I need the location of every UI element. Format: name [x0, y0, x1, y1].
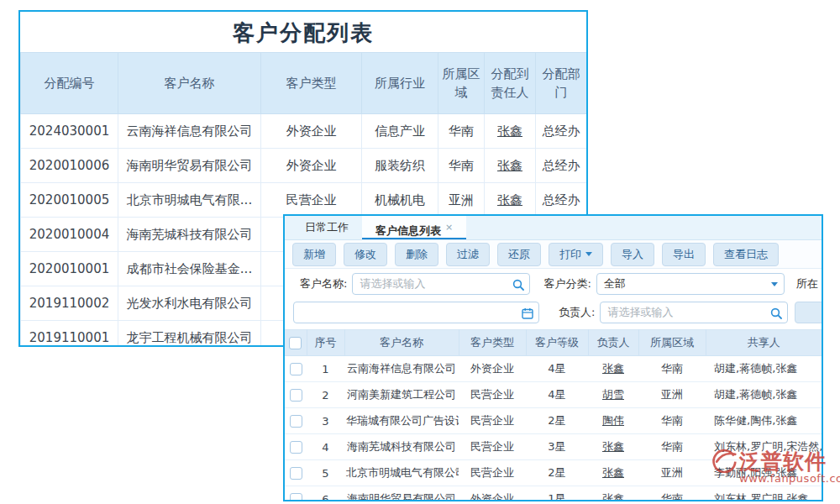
filter-row-2: 负责人: — [293, 301, 813, 323]
shared-people-cell: 陈华健,陶伟,张鑫 — [706, 408, 822, 434]
allocation-id-link[interactable]: 2024030001 — [21, 114, 118, 149]
toolbar-button[interactable]: 过滤 — [446, 243, 490, 266]
allocation-id-link[interactable]: 2019110001 — [21, 321, 118, 348]
toolbar-button[interactable]: 导出 — [662, 243, 706, 266]
allocation-table-header: 分配编号客户名称客户类型所属行业所属区域分配到责任人分配部门 — [21, 53, 587, 114]
region-cell: 华南 — [638, 356, 706, 382]
allocation-id-link[interactable]: 2020010005 — [21, 183, 118, 218]
customer-name-link[interactable]: 成都市社会保险基金... — [118, 252, 261, 286]
owner-link[interactable]: 陶伟 — [588, 408, 638, 434]
customer-grade-cell: 4星 — [526, 356, 588, 382]
allocation-list-title: 客户分配列表 — [20, 12, 586, 52]
customer-info-window: 日常工作客户信息列表× 新增修改删除过滤还原打印导入导出查看日志 客户名称: 客… — [283, 214, 823, 501]
index-cell: 4 — [307, 434, 344, 460]
assignee-link[interactable]: 张鑫 — [485, 114, 536, 149]
index-cell: 3 — [307, 408, 344, 434]
region-cell: 华南 — [638, 408, 706, 434]
allocation-id-link[interactable]: 2020010004 — [21, 218, 118, 252]
toolbar-button[interactable]: 导入 — [611, 243, 654, 266]
customer-category-select[interactable]: 全部 — [596, 273, 785, 295]
customer-type-cell: 外资企业 — [261, 114, 362, 149]
customer-name-link[interactable]: 海南芜城科技有限公司 — [118, 218, 261, 252]
filter-panel: 客户名称: 客户分类: 全部 — [285, 269, 822, 323]
customer-name-link[interactable]: 海南明华贸易有限公司 — [344, 486, 459, 502]
region-cell: 亚洲 — [638, 460, 706, 486]
calendar-icon[interactable] — [522, 307, 533, 323]
toolbar-button[interactable]: 删除 — [395, 243, 438, 266]
column-header: 所属区域 — [438, 53, 485, 114]
partial-button[interactable] — [795, 302, 823, 323]
select-all-checkbox[interactable] — [289, 337, 302, 349]
customer-name-link[interactable]: 云南海祥信息有限公司 — [344, 356, 459, 382]
toolbar-button[interactable]: 还原 — [497, 243, 541, 266]
customer-type-cell: 外资企业 — [459, 356, 526, 382]
header-row: 序号客户名称客户类型客户等级负责人所属区域共享人 — [285, 330, 822, 356]
customer-name-link[interactable]: 龙宇工程机械有限公司 — [118, 321, 261, 348]
owner-link[interactable]: 张鑫 — [588, 356, 638, 382]
tab-bar: 日常工作客户信息列表× — [285, 216, 822, 240]
close-icon[interactable]: × — [445, 222, 453, 233]
owner-link[interactable]: 胡雪 — [588, 382, 638, 408]
toolbar-button[interactable]: 打印 — [549, 243, 603, 266]
allocation-id-link[interactable]: 2019110002 — [21, 286, 118, 321]
index-cell: 1 — [307, 356, 344, 382]
customer-name-filter-input[interactable] — [352, 273, 530, 295]
toolbar-button[interactable]: 新增 — [292, 243, 336, 266]
column-header: 客户名称 — [118, 53, 261, 114]
column-header: 所属行业 — [362, 53, 438, 114]
region-cell: 亚洲 — [638, 382, 706, 408]
owner-link[interactable]: 张鑫 — [588, 486, 638, 502]
department-cell: 总经办 — [536, 114, 587, 149]
checkbox-cell — [285, 382, 307, 408]
select-all-header — [285, 330, 307, 356]
toolbar-button[interactable]: 查看日志 — [713, 243, 779, 266]
row-checkbox[interactable] — [290, 389, 302, 402]
customer-name-link[interactable]: 北京市明城电气有限... — [118, 183, 261, 218]
column-header: 客户名称 — [344, 330, 459, 356]
table-row: 1云南海祥信息有限公司外资企业4星张鑫华南胡建,蒋德帧,张鑫 — [285, 356, 822, 382]
owner-filter-label: 负责人: — [559, 305, 595, 320]
allocation-id-link[interactable]: 2020010001 — [21, 252, 118, 286]
customer-type-cell: 民营企业 — [459, 434, 526, 460]
column-header: 客户等级 — [526, 330, 588, 356]
toolbar-button[interactable]: 修改 — [344, 243, 387, 266]
owner-link[interactable]: 张鑫 — [588, 460, 638, 486]
customer-type-cell: 外资企业 — [459, 486, 526, 502]
region-filter-label-partial: 所在 — [796, 276, 818, 291]
tab-customer-info-list[interactable]: 客户信息列表× — [362, 216, 466, 239]
industry-cell: 机械机电 — [362, 183, 438, 218]
row-checkbox[interactable] — [290, 493, 302, 501]
date-filter-input[interactable] — [293, 302, 539, 323]
search-icon[interactable] — [512, 278, 524, 294]
row-checkbox[interactable] — [290, 363, 302, 375]
checkbox-cell — [285, 356, 307, 382]
region-cell: 华南 — [638, 486, 706, 502]
customer-name-link[interactable]: 海南芜城科技有限公司 — [344, 434, 459, 460]
allocation-id-link[interactable]: 2020010006 — [21, 149, 118, 183]
row-checkbox[interactable] — [290, 441, 302, 454]
customer-grade-cell: 3星 — [526, 434, 588, 460]
column-header: 所属区域 — [638, 330, 706, 356]
region-cell: 华南 — [438, 149, 485, 183]
tab-daily-work[interactable]: 日常工作 — [291, 216, 362, 239]
owner-filter-input[interactable] — [600, 302, 788, 323]
table-row: 5北京市明城电气有限公司民营企业2星张鑫亚洲李勤丽,阳强,张鑫 — [285, 460, 822, 486]
customer-name-link[interactable]: 云南海祥信息有限公司 — [118, 114, 261, 149]
row-checkbox[interactable] — [290, 415, 302, 428]
customer-type-cell: 民营企业 — [459, 382, 526, 408]
customer-name-link[interactable]: 华瑞城有限公司广告设计部 — [344, 408, 459, 434]
customer-name-link[interactable]: 光发水利水电有限公司 — [118, 286, 261, 321]
department-cell: 总经办 — [536, 149, 587, 183]
customer-name-link[interactable]: 海南明华贸易有限公司 — [118, 149, 261, 183]
header-row: 分配编号客户名称客户类型所属行业所属区域分配到责任人分配部门 — [21, 53, 587, 114]
search-icon[interactable] — [770, 307, 782, 323]
checkbox-cell — [285, 486, 307, 502]
customer-type-cell: 民营企业 — [459, 408, 526, 434]
owner-link[interactable]: 张鑫 — [588, 434, 638, 460]
assignee-link[interactable]: 张鑫 — [485, 183, 536, 218]
row-checkbox[interactable] — [290, 467, 302, 480]
customer-name-link[interactable]: 北京市明城电气有限公司 — [344, 460, 459, 486]
column-header: 共享人 — [706, 330, 822, 356]
assignee-link[interactable]: 张鑫 — [485, 149, 536, 183]
customer-name-link[interactable]: 河南美新建筑工程公司 — [344, 382, 459, 408]
